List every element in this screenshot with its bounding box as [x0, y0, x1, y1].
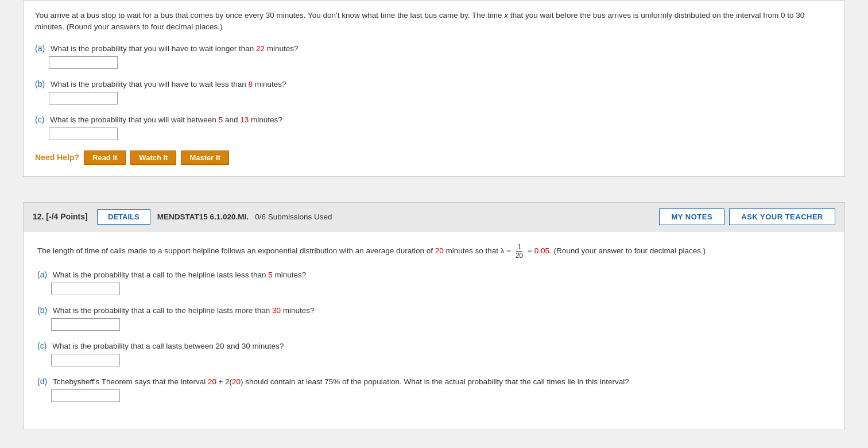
q-points: [-/4 Points]	[46, 212, 87, 221]
highlight-5-top: 5	[219, 115, 223, 124]
q12-sub-text-c: What is the probability that a call last…	[52, 342, 284, 350]
q12-answer-input-d[interactable]	[51, 389, 120, 402]
fraction-denominator: 20	[514, 252, 524, 260]
highlight-20-main: 20	[435, 246, 444, 255]
q12-sub-text-b: What is the probability that a call to t…	[53, 306, 315, 315]
highlight-13: 13	[240, 115, 249, 124]
fraction-numerator: 1	[516, 243, 522, 252]
q12-sub-a: (a) What is the probability that a call …	[37, 270, 831, 295]
sub-question-c-top: (c) What is the probability that you wil…	[35, 115, 833, 140]
sub-question-a: (a) What is the probability that you wil…	[35, 44, 833, 69]
sub-text-a: What is the probability that you will ha…	[51, 44, 299, 53]
question-12-header: 12. [-/4 Points] DETAILS MENDSTAT15 6.1.…	[24, 203, 844, 231]
details-tab[interactable]: DETAILS	[97, 209, 150, 225]
q12-sub-d: (d) Tchebysheff's Theorem says that the …	[37, 377, 831, 402]
highlight-20-d: 20	[208, 377, 216, 386]
sub-text-c: What is the probability that you will wa…	[50, 115, 282, 124]
q12-sub-text-a: What is the probability that a call to t…	[53, 271, 306, 279]
question-number: 12. [-/4 Points]	[33, 212, 90, 221]
highlight-8: 8	[248, 80, 253, 88]
question-12-wrapper: 12. [-/4 Points] DETAILS MENDSTAT15 6.1.…	[23, 202, 845, 431]
q12-answer-input-a[interactable]	[51, 283, 120, 295]
highlight-005: 0.05	[534, 246, 549, 255]
answer-input-a-top[interactable]	[49, 56, 118, 69]
highlight-30: 30	[272, 306, 281, 315]
question-12-body: The length of time of calls made to a su…	[24, 231, 844, 430]
sub-label-a: (a)	[35, 44, 45, 53]
sub-question-b: (b) What is the probability that you wil…	[35, 79, 833, 105]
ask-teacher-button[interactable]: ASK YOUR TEACHER	[729, 208, 835, 225]
watch-it-button[interactable]: Watch It	[130, 150, 176, 165]
q12-sub-label-a: (a)	[37, 270, 47, 279]
top-question-text: You arrive at a bus stop to wait for a b…	[35, 10, 833, 33]
page-wrapper: You arrive at a bus stop to wait for a b…	[0, 0, 868, 430]
my-notes-button[interactable]: MY NOTES	[659, 208, 724, 225]
need-help-section: Need Help? Read It Watch It Master It	[35, 150, 833, 165]
q12-sub-label-d: (d)	[37, 377, 47, 386]
q12-sub-label-c: (c)	[37, 341, 46, 350]
highlight-22: 22	[256, 44, 265, 53]
q-number: 12.	[33, 212, 44, 221]
fraction-display: 1 20	[514, 243, 524, 260]
need-help-label: Need Help?	[35, 153, 79, 162]
master-it-button[interactable]: Master It	[181, 150, 228, 165]
top-question-section: You arrive at a bus stop to wait for a b…	[23, 0, 845, 177]
answer-input-c-top[interactable]	[49, 128, 118, 140]
q12-answer-input-c[interactable]	[51, 354, 120, 366]
sub-text-b: What is the probability that you will ha…	[51, 80, 286, 88]
q12-answer-input-b[interactable]	[51, 318, 120, 331]
q12-sub-c: (c) What is the probability that a call …	[37, 341, 831, 366]
header-course-info: MENDSTAT15 6.1.020.MI. 0/6 Submissions U…	[157, 213, 653, 221]
submissions-used: 0/6 Submissions Used	[255, 213, 332, 221]
answer-input-b-top[interactable]	[49, 92, 118, 105]
q12-sub-text-d: Tchebysheff's Theorem says that the inte…	[53, 377, 629, 386]
read-it-button[interactable]: Read It	[84, 150, 126, 165]
q12-sub-b: (b) What is the probability that a call …	[37, 306, 831, 331]
sub-label-c: (c)	[35, 115, 44, 124]
sub-label-b: (b)	[35, 79, 45, 88]
q12-sub-label-b: (b)	[37, 306, 47, 315]
course-code: MENDSTAT15 6.1.020.MI.	[157, 213, 249, 221]
highlight-5-q12: 5	[268, 271, 273, 279]
header-buttons: MY NOTES ASK YOUR TEACHER	[659, 208, 835, 225]
q12-problem-text: The length of time of calls made to a su…	[37, 243, 831, 260]
section-spacer	[0, 188, 868, 202]
highlight-20-d2: 20	[232, 377, 241, 386]
